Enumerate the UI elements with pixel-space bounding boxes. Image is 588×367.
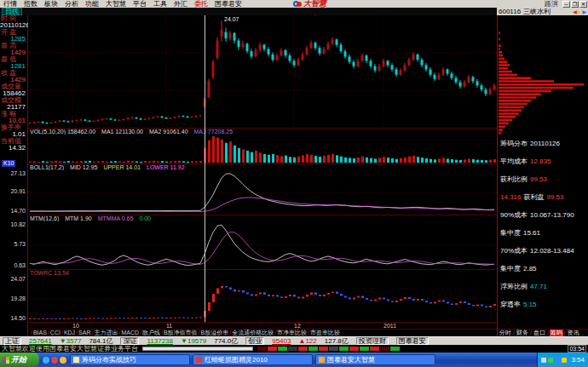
right-tab-3[interactable]: 筹码 (550, 330, 563, 336)
media-player-icon[interactable] (51, 357, 58, 364)
ticker-block (278, 347, 287, 351)
status-value: 774.0亿 (214, 337, 238, 345)
volume-indicator-label: VOL(5,10,20) 158462.00MA1 121130.00MA2 9… (28, 128, 497, 135)
indicator-tab-1[interactable]: CCI (50, 330, 61, 336)
menu-item-9[interactable]: 委托 (191, 0, 211, 8)
indicator-tab-3[interactable]: SAR (78, 330, 90, 336)
right-panel-tabs: 分时/财务/盘口/筹码/资讯 (498, 329, 588, 336)
main-area: 时 间20110126开 盘1285最 高1429最 低1281收 盘1429成… (0, 15, 588, 336)
indicator-tab-4[interactable]: 主力进出 (94, 330, 118, 336)
ticker-block (288, 347, 297, 351)
messenger-tray-icon[interactable] (555, 358, 560, 363)
minimize-button[interactable]: ─ (562, 1, 570, 8)
boll-panel[interactable] (28, 170, 497, 215)
menu-item-1[interactable]: 指数 (20, 0, 41, 8)
label-part: VOL(5,10,20) 158462.00 (30, 129, 95, 135)
menu-item-7[interactable]: 工具 (150, 0, 170, 8)
window-buttons: ─❐✕ (562, 1, 587, 8)
status-value: 1137238 (147, 337, 173, 345)
ie-icon[interactable] (43, 357, 49, 364)
tower-panel[interactable] (28, 276, 497, 322)
indicator-tab-8[interactable]: B股溢价率 (201, 330, 229, 336)
boll-indicator-label: BOLL1(17,2)MID 12.95UPPER 14.01LOWER 11.… (28, 163, 497, 170)
quote-field: 开 盘1285 (0, 29, 27, 43)
chip-distribution-panel: 筹码分布20110126平均成本12.835获利比例99.5314.316获利盘… (497, 15, 588, 336)
window-controls: 路演 ─❐✕ (545, 0, 588, 8)
taskbar-task-0[interactable]: 筹码分布实战技巧 (70, 354, 190, 365)
indicator-tab-11[interactable]: 市盈率比较 (310, 330, 340, 336)
quote-field: 最 低1281 (0, 56, 27, 70)
restore-button[interactable]: ❐ (571, 1, 579, 8)
ticker-block (268, 347, 277, 351)
label-part: UPPER 14.01 (103, 164, 141, 170)
display-tray-icon[interactable] (541, 358, 546, 363)
ticker-block (257, 347, 267, 351)
menu-item-2[interactable]: 板块 (41, 0, 61, 8)
status-button[interactable]: 国泰君安 (396, 337, 429, 345)
stock-info-box: 600116 三峡水利 ◀ ▶ ▶ (497, 8, 588, 15)
close-button[interactable]: ✕ (579, 1, 587, 8)
y-axis-label: 14.50 (10, 315, 26, 322)
indicator-tab-10[interactable]: 市净率比较 (277, 330, 307, 336)
indicator-tab-9[interactable]: 全流通价格比较 (232, 330, 274, 336)
quote-field: 最 高1429 (0, 43, 27, 56)
menu-bar: 行情指数板块分析功能大智慧平台工具外汇委托国泰君安 大智慧 路演 ─❐✕ (0, 0, 588, 8)
antivirus-tray-icon[interactable] (548, 358, 553, 363)
label-part: MID 12.95 (70, 164, 97, 170)
indicator-tab-5[interactable]: MACD (121, 330, 139, 336)
indicator-tab-6[interactable]: 散户线 (142, 330, 160, 336)
menu-item-3[interactable]: 分析 (61, 0, 82, 8)
task-label: 筹码分布实战技巧 (82, 355, 136, 364)
roadshow-link[interactable]: 路演 (545, 0, 558, 8)
menu-item-4[interactable]: 功能 (82, 0, 102, 8)
indicator-tab-2[interactable]: KDJ (64, 330, 75, 336)
chip-stat-part: 2.85 (523, 265, 537, 272)
ticker-block (349, 347, 359, 351)
chip-stat-row-9: 穿透率5.15 (500, 301, 588, 318)
volume-panel[interactable] (28, 135, 497, 163)
label-part: MA2 91061.40 (149, 129, 188, 135)
jump-arrow-icon[interactable]: ▶ (582, 9, 586, 15)
chip-stat-row-7: 集中度2.85 (500, 265, 588, 283)
status-button[interactable]: 上证 (3, 337, 21, 345)
candlestick-panel[interactable]: 24.07 (28, 15, 497, 128)
start-button[interactable]: 开始 (0, 353, 39, 367)
chip-stat-row-6: 70%成本12.028-13.484 (500, 247, 588, 265)
label-part: MTMMA 0.65 (98, 215, 134, 221)
status-button[interactable]: 创业 (245, 337, 264, 345)
folder-icon[interactable] (60, 357, 66, 364)
right-tab-4[interactable]: 资讯 (567, 330, 580, 336)
chip-stat-row-3: 14.316获利盘99.53 (500, 193, 588, 211)
menu-item-5[interactable]: 大智慧 (102, 0, 130, 8)
task-label: 国泰君安大智慧 (327, 355, 375, 364)
chip-stat-part: 90%成本 (500, 211, 527, 219)
taskbar-task-2[interactable]: 国泰君安大智慧 (315, 354, 435, 365)
mtm-panel[interactable] (28, 221, 497, 269)
volume-tray-icon[interactable] (562, 358, 567, 363)
chip-stat-part: 获利盘 (523, 193, 544, 201)
menu-item-10[interactable]: 国泰君安 (211, 0, 245, 8)
status-button[interactable]: 深证 (120, 337, 139, 345)
status-button[interactable]: 投资理财 (356, 337, 389, 345)
dazhihui-app: 行情指数板块分析功能大智慧平台工具外汇委托国泰君安 大智慧 路演 ─❐✕ 日线 … (0, 0, 588, 367)
right-tab-2[interactable]: 盘口 (533, 330, 546, 336)
menu-item-0[interactable]: 行情 (0, 0, 20, 8)
taskbar-task-1[interactable]: 红蜻蜓抓图精灵2010 (193, 354, 313, 365)
label-part: MTM(12,6) (30, 215, 59, 221)
volume-by-price-histogram[interactable] (498, 15, 588, 136)
right-tab-0[interactable]: 分时 (499, 330, 512, 336)
indicator-tab-0[interactable]: BIAS (33, 330, 47, 336)
menu-item-6[interactable]: 平台 (130, 0, 150, 8)
stock-name: 三峡水利 (523, 9, 551, 15)
x-axis-label: 12 (294, 323, 301, 330)
next-arrow-icon[interactable]: ▶ (578, 9, 582, 15)
menu-item-8[interactable]: 外汇 (170, 0, 191, 8)
task-buttons: 筹码分布实战技巧红蜻蜓抓图精灵2010国泰君安大智慧 (70, 354, 435, 365)
k10-badge[interactable]: K10 (2, 160, 15, 167)
toolbar-row: 日线 600116 三峡水利 ◀ ▶ ▶ (0, 8, 588, 15)
start-label: 开始 (11, 354, 26, 365)
prev-arrow-icon[interactable]: ◀ (573, 9, 577, 15)
right-tab-1[interactable]: 财务 (516, 330, 529, 336)
menu: 行情指数板块分析功能大智慧平台工具外汇委托国泰君安 (0, 0, 245, 8)
indicator-tab-7[interactable]: B股净值市值 (164, 330, 198, 336)
